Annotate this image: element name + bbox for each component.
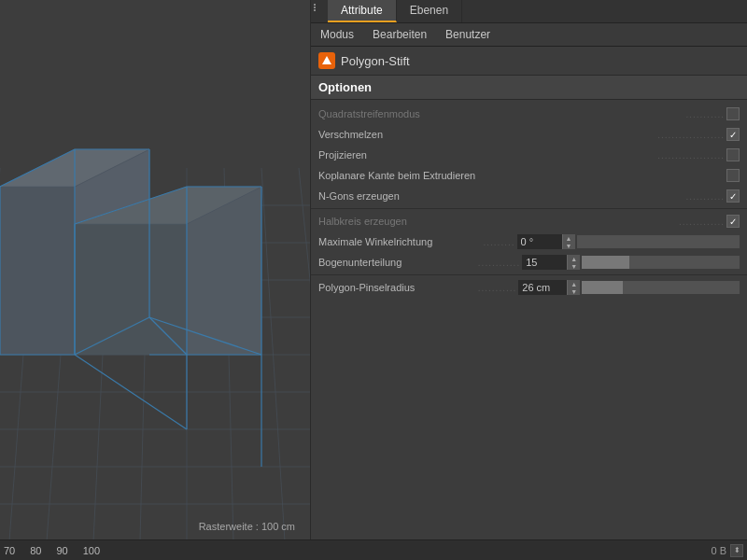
menu-dots-icon [311,0,326,15]
menu-bar: Modus Bearbeiten Benutzer [311,23,747,47]
prop-ngons-label: N-Gons erzeugen [318,190,684,202]
tab-attribute[interactable]: Attribute [328,0,397,22]
section-optionen: Optionen [311,76,747,100]
viewport-grid [0,0,310,539]
tool-icon [318,52,335,69]
prop-pinsel-label: Polygon-Pinselradius [318,282,476,293]
prop-pinsel-down[interactable]: ▼ [567,287,580,295]
svg-rect-42 [314,9,316,11]
menu-benutzer[interactable]: Benutzer [436,25,500,44]
prop-halbkreis-label: Halbkreis erzeugen [318,216,677,227]
menu-bearbeiten[interactable]: Bearbeiten [363,25,436,44]
prop-projizieren: Projizieren ................... [311,145,747,165]
prop-projizieren-checkbox[interactable] [726,148,740,161]
svg-marker-43 [322,56,331,64]
prop-ngons-checkbox[interactable] [726,189,740,203]
svg-rect-41 [314,7,316,8]
prop-ngons: N-Gons erzeugen ........... [311,186,747,206]
prop-bogen-down[interactable]: ▼ [567,262,580,270]
prop-pinsel-slider[interactable] [582,281,740,294]
prop-winkel-input[interactable] [517,234,562,249]
viewport[interactable]: Rasterweite : 100 cm [0,0,310,539]
prop-pinsel: Polygon-Pinselradius ........... ▲ ▼ [311,277,747,298]
coord-80: 80 [30,545,41,556]
prop-bogen-input[interactable] [522,255,567,270]
prop-pinsel-spinner: ▲ ▼ [567,280,580,295]
prop-quadrat: Quadratstreifenmodus ........... [311,104,747,124]
prop-projizieren-label: Projizieren [318,149,655,161]
svg-rect-40 [314,4,316,6]
svg-marker-22 [75,224,187,355]
prop-winkel-label: Maximale Winkelrichtung [318,236,482,247]
menu-modus[interactable]: Modus [311,25,363,44]
prop-pinsel-input-group: ▲ ▼ [518,280,580,295]
statusbar-value: 0 B [711,545,726,556]
prop-quadrat-label: Quadratstreifenmodus [318,108,684,119]
separator-1 [311,208,747,209]
grid-label: Rasterweite : 100 cm [199,521,295,532]
prop-pinsel-slider-fill [582,281,623,294]
statusbar-spin-icon: ⬍ [734,546,740,554]
main-area: Rasterweite : 100 cm Attribute Ebenen Mo… [0,0,747,539]
coord-100: 100 [83,545,100,556]
prop-quadrat-dots: ........... [685,109,725,119]
prop-halbkreis-dots: ............. [679,217,725,227]
prop-bogen-slider-fill [582,256,629,269]
prop-bogen-label: Bogenunterteilung [318,257,476,268]
prop-winkel-slider[interactable] [577,235,740,248]
prop-projizieren-dots: ................... [657,150,725,161]
prop-bogen-slider[interactable] [582,256,740,269]
prop-koplanar: Koplanare Kante beim Extrudieren [311,165,747,186]
prop-koplanar-label: Koplanare Kante beim Extrudieren [318,170,726,181]
prop-verschmelzen-label: Verschmelzen [318,129,655,140]
prop-bogen: Bogenunterteilung ............ ▲ ▼ [311,252,747,273]
prop-halbkreis-checkbox[interactable] [726,215,740,228]
tabs-row: Attribute Ebenen [311,0,747,23]
statusbar-spin[interactable]: ⬍ [730,544,743,557]
prop-bogen-dots: ............ [478,258,520,268]
prop-winkel-spinner: ▲ ▼ [562,234,575,249]
properties-area: Quadratstreifenmodus ........... Verschm… [311,100,747,301]
prop-ngons-dots: ........... [685,191,725,202]
prop-pinsel-dots: ........... [478,283,517,293]
prop-pinsel-up[interactable]: ▲ [567,280,580,287]
prop-quadrat-checkbox[interactable] [726,107,740,120]
separator-2 [311,274,747,275]
tab-ebenen[interactable]: Ebenen [397,0,462,22]
statusbar: 70 80 90 100 0 B ⬍ [0,539,747,560]
coord-90: 90 [57,545,68,556]
prop-bogen-spinner: ▲ ▼ [567,255,580,270]
prop-bogen-input-group: ▲ ▼ [522,255,580,270]
prop-winkel-input-group: ▲ ▼ [517,234,575,249]
prop-halbkreis: Halbkreis erzeugen ............. [311,211,747,231]
prop-koplanar-checkbox[interactable] [726,169,740,182]
prop-verschmelzen: Verschmelzen ................... [311,124,747,145]
svg-marker-19 [0,187,75,355]
prop-winkel: Maximale Winkelrichtung ......... ▲ ▼ [311,231,747,252]
coord-70: 70 [4,545,15,556]
prop-verschmelzen-checkbox[interactable] [726,128,740,141]
prop-winkel-dots: ......... [484,237,515,247]
tool-header: Polygon-Stift [311,47,747,76]
prop-winkel-down[interactable]: ▼ [562,242,575,249]
prop-bogen-up[interactable]: ▲ [567,255,580,262]
tool-name: Polygon-Stift [341,54,410,68]
prop-winkel-up[interactable]: ▲ [562,234,575,242]
right-panel: Attribute Ebenen Modus Bearbeiten Benutz… [310,0,747,539]
statusbar-right: 0 B ⬍ [711,544,743,557]
statusbar-coords: 70 80 90 100 [4,545,100,556]
prop-pinsel-input[interactable] [518,280,567,295]
prop-verschmelzen-dots: ................... [657,130,725,140]
